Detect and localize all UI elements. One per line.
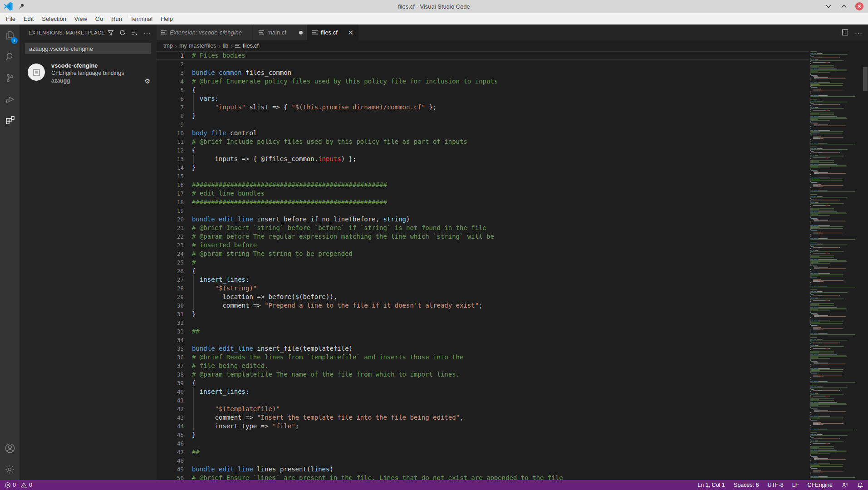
code-line-13[interactable]: 13 inputs => { @(files_common.inputs) }; [157,155,809,163]
status-lf[interactable]: LF [792,482,799,488]
code-line-38[interactable]: 38# @param templatefile The name of the … [157,370,809,379]
status-spaces-6[interactable]: Spaces: 6 [734,482,759,488]
menu-go[interactable]: Go [91,14,107,24]
code-line-8[interactable]: 8} [157,112,809,120]
status-ln-1-col-1[interactable]: Ln 1, Col 1 [697,482,725,488]
refresh-icon[interactable] [119,29,126,36]
feedback-icon[interactable] [841,482,848,489]
code-line-12[interactable]: 12{ [157,146,809,155]
breadcrumb-file[interactable]: files.cf [235,43,259,49]
more-actions-icon[interactable]: ··· [143,29,151,36]
code-line-34[interactable]: 34 [157,336,809,344]
code-line-36[interactable]: 36# @brief Reads the lines from `templat… [157,353,809,362]
code-line-47[interactable]: 47## [157,448,809,456]
code-line-48[interactable]: 48 [157,456,809,465]
activity-explorer[interactable]: 1 [0,24,20,46]
code-line-44[interactable]: 44 insert_type => "file"; [157,422,809,431]
code-line-32[interactable]: 32 [157,318,809,327]
code-line-3[interactable]: 3bundle common files_common [157,69,809,77]
activity-extensions[interactable] [0,110,20,131]
code-line-43[interactable]: 43 comment => "Insert the template file … [157,413,809,422]
notifications-bell-icon[interactable] [857,482,863,489]
activity-settings[interactable] [0,459,20,480]
code-line-24[interactable]: 24# @param string The string to be prepe… [157,250,809,258]
activity-source-control[interactable] [0,67,20,88]
split-editor-icon[interactable] [842,29,848,36]
line-number: 8 [157,113,184,119]
code-line-4[interactable]: 4# @brief Enumerate policy files used by… [157,77,809,86]
activity-search[interactable] [0,46,20,67]
code-line-1[interactable]: 1# Files bodies [157,51,809,60]
menu-edit[interactable]: Edit [20,14,38,24]
menu-help[interactable]: Help [157,14,177,24]
code-line-20[interactable]: 20bundle edit_line insert_before_if_no_l… [157,215,809,224]
extension-manage-gear-icon[interactable]: ⚙ [144,78,150,85]
code-line-49[interactable]: 49bundle edit_line lines_present(lines) [157,465,809,474]
tab-main-cf[interactable]: main.cf [254,24,308,40]
maximize-button[interactable] [840,2,848,10]
menu-view[interactable]: View [70,14,91,24]
code-line-18[interactable]: 18######################################… [157,198,809,206]
breadcrumb-item[interactable]: my-masterfiles [179,43,216,49]
tab-close-icon[interactable]: ✕ [348,29,353,36]
code-line-23[interactable]: 23# inserted before [157,241,809,250]
code-line-41[interactable]: 41 [157,396,809,405]
extension-list-item[interactable]: vscode-cfengine CFEngine language bindin… [20,59,157,88]
tab-files-cf[interactable]: files.cf✕ [308,24,358,40]
breadcrumb-item[interactable]: lib [223,43,229,49]
menu-run[interactable]: Run [107,14,126,24]
code-line-42[interactable]: 42 "$(templatefile)" [157,405,809,413]
status-utf-8[interactable]: UTF-8 [767,482,783,488]
code-line-39[interactable]: 39{ [157,379,809,387]
breadcrumb-item[interactable]: tmp [163,43,173,49]
minimize-button[interactable] [824,2,833,10]
code-line-26[interactable]: 26{ [157,267,809,275]
breadcrumb[interactable]: tmp›my-masterfiles›lib›files.cf [157,40,868,51]
close-button[interactable]: ✕ [855,2,863,10]
status-cfengine[interactable]: CFEngine [807,482,833,488]
code-line-40[interactable]: 40 insert_lines: [157,387,809,396]
clear-search-results-icon[interactable] [131,29,138,36]
code-line-6[interactable]: 6 vars: [157,94,809,103]
filter-icon[interactable] [108,29,114,36]
modified-dot-icon[interactable] [299,31,303,34]
extensions-search-input[interactable] [25,43,151,54]
code-line-30[interactable]: 30 comment => "Prepend a line to the fil… [157,301,809,310]
code-line-25[interactable]: 25# [157,258,809,267]
code-line-50[interactable]: 50# @brief Ensure `lines` are present in… [157,474,809,480]
code-line-33[interactable]: 33## [157,327,809,336]
code-line-2[interactable]: 2 [157,60,809,69]
code-line-14[interactable]: 14} [157,163,809,172]
code-line-31[interactable]: 31} [157,310,809,318]
code-line-29[interactable]: 29 location => before($(before)), [157,293,809,301]
code-line-7[interactable]: 7 "inputs" slist => { "$(this.promise_di… [157,103,809,112]
menu-selection[interactable]: Selection [38,14,70,24]
line-text: ## [192,448,200,456]
editor-more-actions-icon[interactable]: ··· [855,29,863,36]
menu-file[interactable]: File [2,14,20,24]
code-line-35[interactable]: 35bundle edit_line insert_file(templatef… [157,344,809,353]
code-line-9[interactable]: 9 [157,120,809,129]
tab-extension-vscode-cfengine[interactable]: Extension: vscode-cfengine [157,24,254,40]
code-line-46[interactable]: 46 [157,439,809,448]
code-line-37[interactable]: 37# file being edited. [157,362,809,370]
code-line-21[interactable]: 21# @brief Insert `string` before `befor… [157,224,809,232]
code-editor[interactable]: 1# Files bodies2 3bundle common files_co… [157,51,868,480]
activity-run-debug[interactable] [0,88,20,110]
code-line-10[interactable]: 10body file control [157,129,809,137]
problems-indicator[interactable]: 0 0 [5,482,32,488]
code-line-15[interactable]: 15 [157,172,809,181]
code-line-19[interactable]: 19 [157,206,809,215]
code-line-16[interactable]: 16######################################… [157,181,809,189]
code-line-27[interactable]: 27 insert_lines: [157,275,809,284]
code-line-17[interactable]: 17# edit_line bundles [157,189,809,198]
code-line-45[interactable]: 45} [157,431,809,439]
minimap[interactable] [809,51,858,480]
menu-terminal[interactable]: Terminal [126,14,157,24]
vertical-scrollbar[interactable] [863,67,868,91]
code-line-22[interactable]: 22# @param before The regular expression… [157,232,809,241]
code-line-11[interactable]: 11# @brief Include policy files used by … [157,137,809,146]
code-line-5[interactable]: 5{ [157,86,809,94]
code-line-28[interactable]: 28 "$(string)" [157,284,809,293]
activity-account[interactable] [0,437,20,459]
